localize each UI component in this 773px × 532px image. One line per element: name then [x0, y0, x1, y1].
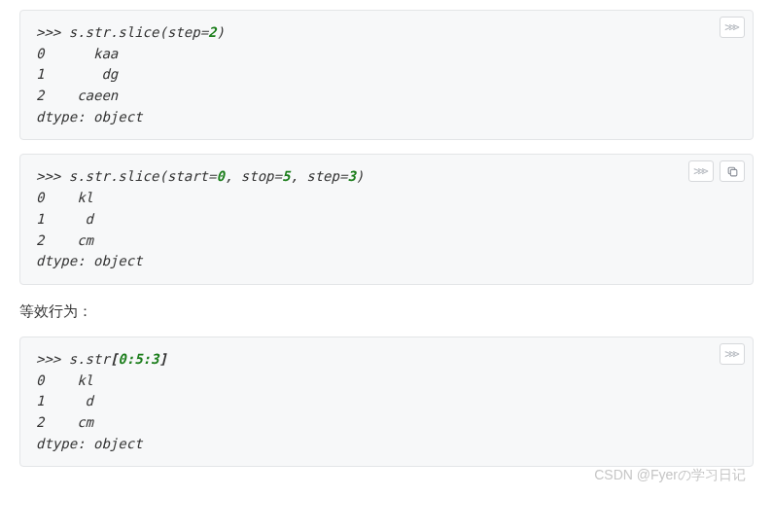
code-bracket: ] [158, 351, 166, 367]
code-block-3: >>> >>> s.str[0:5:3] 0 kl 1 d 2 cm dtype… [19, 337, 754, 467]
code-number: 3 [347, 168, 355, 184]
code-token: str [86, 351, 110, 367]
toolbar-3: >>> [720, 343, 745, 365]
chevrons-icon: >>> [724, 348, 740, 360]
code-token: s [69, 351, 77, 367]
code-token: s [69, 168, 77, 184]
copy-button[interactable] [720, 160, 745, 182]
code-token: s [69, 24, 77, 40]
code-number: 0 [216, 168, 224, 184]
code-token: , step [290, 168, 339, 184]
code-token: . [77, 351, 85, 367]
code-token: slice(step [118, 24, 199, 40]
code-token: ) [356, 168, 364, 184]
copy-icon [726, 165, 739, 178]
code-block-1: >>> >>> s.str.slice(step=2) 0 kaa 1 dg 2… [19, 10, 754, 140]
code-line: >>> s.str[0:5:3] [36, 349, 737, 371]
toggle-prompt-button[interactable]: >>> [720, 17, 745, 38]
output-line: 1 dg [36, 64, 737, 86]
output-line: 0 kl [36, 188, 737, 209]
toolbar-2: >>> [688, 160, 745, 182]
output-line: 1 d [36, 209, 737, 231]
output-line: dtype: object [36, 434, 737, 455]
output-line: 0 kaa [36, 44, 737, 65]
output-line: dtype: object [36, 107, 737, 128]
output-line: 0 kl [36, 371, 737, 392]
output-line: 1 d [36, 391, 737, 412]
toggle-prompt-button[interactable]: >>> [720, 343, 745, 365]
code-line: >>> s.str.slice(start=0, stop=5, step=3) [36, 166, 737, 188]
toolbar-1: >>> [720, 17, 745, 38]
prompt: >>> [36, 24, 69, 40]
chevrons-icon: >>> [693, 165, 709, 177]
code-token: slice(start [118, 168, 208, 184]
chevrons-icon: >>> [724, 21, 740, 33]
code-token: = [274, 168, 282, 184]
prompt: >>> [36, 351, 69, 367]
code-block-2: >>> >>> s.str.slice(start=0, stop=5, ste… [19, 154, 754, 284]
code-token: ) [217, 24, 225, 40]
code-token: str [86, 168, 110, 184]
toggle-prompt-button[interactable]: >>> [688, 160, 714, 182]
output-line: dtype: object [36, 251, 737, 272]
code-token: . [77, 168, 85, 184]
code-token: . [77, 24, 85, 40]
code-token: str [86, 24, 110, 40]
output-line: 2 caeen [36, 86, 737, 107]
watermark: CSDN @Fyerの学习日记 [594, 467, 746, 484]
prompt: >>> [36, 168, 69, 184]
code-number: 2 [208, 24, 216, 40]
output-line: 2 cm [36, 231, 737, 252]
code-token: = [200, 24, 208, 40]
svg-rect-0 [730, 169, 737, 176]
code-token: , stop [225, 168, 274, 184]
output-line: 2 cm [36, 412, 737, 434]
section-label: 等效行为： [19, 302, 754, 321]
code-line: >>> s.str.slice(step=2) [36, 22, 737, 44]
code-slice: 0:5:3 [118, 351, 158, 367]
